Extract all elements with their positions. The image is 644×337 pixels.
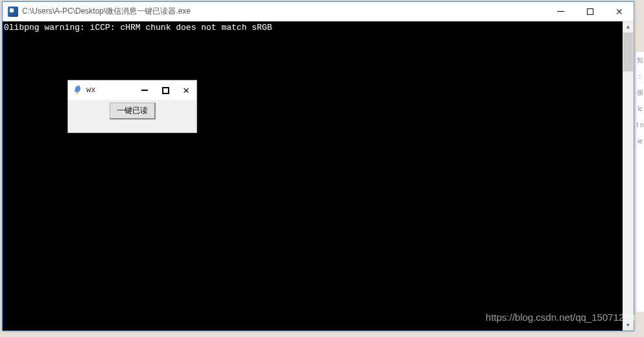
- wx-body: 一键已读: [68, 100, 197, 132]
- close-icon: ✕: [615, 6, 623, 17]
- wx-maximize-button[interactable]: [155, 81, 176, 100]
- wx-window-controls: ✕: [134, 81, 197, 100]
- wx-minimize-button[interactable]: [134, 81, 155, 100]
- wx-title-bar[interactable]: wx ✕: [68, 81, 197, 100]
- maximize-icon: [162, 87, 169, 94]
- scroll-up-icon[interactable]: ▲: [623, 21, 634, 32]
- wx-close-button[interactable]: ✕: [176, 81, 197, 100]
- background-clutter: 知 :: 据 lc t n ie: [636, 52, 644, 312]
- app-icon: [8, 6, 18, 17]
- wx-dialog: wx ✕ 一键已读: [67, 80, 197, 133]
- maximize-button[interactable]: [575, 2, 604, 21]
- minimize-button[interactable]: [546, 2, 575, 21]
- vertical-scrollbar[interactable]: ▲ ▼: [623, 21, 634, 331]
- close-button[interactable]: ✕: [604, 2, 634, 21]
- console-area[interactable]: 0libpng warning: iCCP: cHRM chunk does n…: [3, 21, 634, 331]
- title-bar[interactable]: C:\Users\A-PC\Desktop\微信消息一键已读器.exe ✕: [3, 2, 634, 21]
- wx-window-title: wx: [85, 86, 134, 95]
- window-controls: ✕: [546, 2, 634, 21]
- scrollbar-thumb[interactable]: [623, 32, 633, 71]
- console-output: 0libpng warning: iCCP: cHRM chunk does n…: [4, 23, 632, 33]
- console-window: C:\Users\A-PC\Desktop\微信消息一键已读器.exe ✕ 0l…: [2, 1, 634, 331]
- minimize-icon: [557, 11, 564, 12]
- close-icon: ✕: [183, 84, 189, 97]
- minimize-icon: [141, 90, 148, 91]
- tk-icon: [73, 85, 82, 95]
- maximize-icon: [587, 8, 593, 15]
- mark-read-button[interactable]: 一键已读: [110, 103, 156, 119]
- watermark-text: https://blog.csdn.net/qq_15071263: [486, 312, 635, 323]
- window-title: C:\Users\A-PC\Desktop\微信消息一键已读器.exe: [22, 6, 546, 17]
